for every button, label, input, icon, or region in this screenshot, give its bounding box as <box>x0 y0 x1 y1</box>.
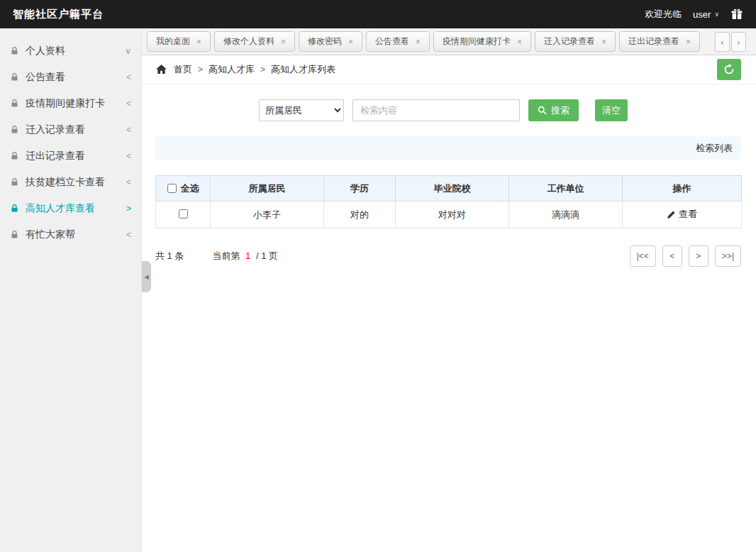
lock-icon <box>10 99 19 108</box>
clear-button-label: 清空 <box>602 104 621 117</box>
welcome-text: 欢迎光临 <box>645 8 682 21</box>
tab-health-checkin[interactable]: 疫情期间健康打卡 × <box>433 31 531 52</box>
row-select-cell <box>156 202 211 228</box>
breadcrumb-separator: > <box>198 65 203 74</box>
sidebar: 个人资料 ∨ 公告查看 < 疫情期间健康打卡 < 迁入记录查看 < <box>0 28 142 552</box>
close-icon[interactable]: × <box>601 37 606 47</box>
close-icon[interactable]: × <box>196 37 201 47</box>
column-header-education: 学历 <box>324 176 396 202</box>
user-menu[interactable]: user ∨ <box>693 9 719 20</box>
tab-announcements[interactable]: 公告查看 × <box>366 31 430 52</box>
sidebar-collapse-handle[interactable]: ◀ <box>142 261 151 292</box>
tab-label: 疫情期间健康打卡 <box>443 35 511 48</box>
tab-move-in-records[interactable]: 迁入记录查看 × <box>535 31 616 52</box>
column-header-actions: 操作 <box>623 176 742 202</box>
app-title: 智能社区户籍平台 <box>13 8 104 21</box>
list-panel-header: 检索列表 <box>155 136 741 160</box>
total-count-text: 共 1 条 <box>155 250 184 263</box>
sidebar-item-label: 有忙大家帮 <box>26 228 75 241</box>
pagination-bar: 共 1 条 当前第 1 / 1 页 |<< < > >>| <box>155 245 741 267</box>
tab-edit-profile[interactable]: 修改个人资料 × <box>214 31 295 52</box>
next-page-button[interactable]: > <box>689 245 708 267</box>
tab-change-password[interactable]: 修改密码 × <box>299 31 362 52</box>
tab-label: 迁出记录查看 <box>628 35 679 48</box>
search-button[interactable]: 搜索 <box>528 99 579 121</box>
table-header-row: 全选 所属居民 学历 毕业院校 工作单位 操作 <box>156 176 742 202</box>
select-all-checkbox[interactable] <box>167 184 177 193</box>
first-page-button[interactable]: |<< <box>630 245 656 267</box>
column-header-school: 毕业院校 <box>396 176 509 202</box>
cell-education: 对的 <box>324 202 396 228</box>
breadcrumb-home[interactable]: 首页 <box>174 63 192 76</box>
breadcrumb-separator: > <box>260 65 265 74</box>
sidebar-item-profile[interactable]: 个人资料 ∨ <box>0 38 141 64</box>
view-action-label: 查看 <box>679 208 697 221</box>
tab-strip: 我的桌面 × 修改个人资料 × 修改密码 × 公告查看 × 疫情期间健康打卡 <box>147 31 715 52</box>
sidebar-item-mutual-help[interactable]: 有忙大家帮 < <box>0 221 141 248</box>
current-page-text: 当前第 1 / 1 页 <box>212 250 278 263</box>
tab-label: 修改个人资料 <box>223 35 274 48</box>
clear-button[interactable]: 清空 <box>595 99 628 121</box>
close-icon[interactable]: × <box>281 37 286 47</box>
top-header: 智能社区户籍平台 欢迎光临 user ∨ <box>0 0 756 28</box>
sidebar-item-poverty-records[interactable]: 扶贫建档立卡查看 < <box>0 169 141 195</box>
breadcrumb-level1[interactable]: 高知人才库 <box>209 63 255 76</box>
search-button-label: 搜索 <box>551 104 569 117</box>
close-icon[interactable]: × <box>348 37 353 47</box>
refresh-icon <box>723 64 735 75</box>
row-checkbox[interactable] <box>179 209 188 219</box>
sidebar-item-health-checkin[interactable]: 疫情期间健康打卡 < <box>0 90 141 116</box>
search-icon <box>538 106 547 115</box>
current-page-suffix: / 1 页 <box>256 250 278 261</box>
chevron-left-icon: < <box>126 125 131 135</box>
lock-icon <box>10 125 19 134</box>
chevron-left-icon: < <box>126 99 131 109</box>
tab-my-desktop[interactable]: 我的桌面 × <box>147 31 211 52</box>
last-page-button[interactable]: >>| <box>715 245 741 267</box>
sidebar-item-label: 迁入记录查看 <box>26 123 85 136</box>
lock-icon <box>10 72 19 82</box>
close-icon[interactable]: × <box>517 37 522 47</box>
chevron-right-icon: > <box>126 204 131 214</box>
table-row: 小李子 对的 对对对 滴滴滴 查看 <box>156 202 742 228</box>
tab-scroll-controls: ‹ › <box>715 32 746 52</box>
talent-table: 全选 所属居民 学历 毕业院校 工作单位 操作 <box>155 175 742 228</box>
tab-scroll-right-button[interactable]: › <box>731 32 746 52</box>
sidebar-item-label: 公告查看 <box>26 71 65 84</box>
breadcrumb: 首页 > 高知人才库 > 高知人才库列表 <box>142 55 756 84</box>
cell-actions: 查看 <box>623 202 742 228</box>
view-action-link[interactable]: 查看 <box>667 208 697 221</box>
prev-page-button[interactable]: < <box>662 245 682 267</box>
sidebar-item-announcements[interactable]: 公告查看 < <box>0 64 141 90</box>
chevron-down-icon: ∨ <box>714 11 719 18</box>
sidebar-item-label: 高知人才库查看 <box>26 202 95 215</box>
select-all-header: 全选 <box>156 176 211 202</box>
chevron-down-icon: ∨ <box>125 46 131 56</box>
column-header-employer: 工作单位 <box>509 176 623 202</box>
user-name: user <box>693 9 711 20</box>
sidebar-item-move-in-records[interactable]: 迁入记录查看 < <box>0 116 141 143</box>
search-input[interactable] <box>352 99 520 121</box>
breadcrumb-current: 高知人才库列表 <box>271 63 335 76</box>
chevron-left-icon: < <box>126 177 131 187</box>
gift-icon[interactable] <box>730 8 743 21</box>
resident-filter-select[interactable]: 所属居民 <box>259 99 344 121</box>
sidebar-item-label: 扶贫建档立卡查看 <box>26 176 105 189</box>
lock-icon <box>10 46 19 55</box>
lock-icon <box>10 177 19 187</box>
cell-school: 对对对 <box>396 202 509 228</box>
chevron-left-icon: < <box>126 230 131 240</box>
close-icon[interactable]: × <box>416 37 421 47</box>
home-icon <box>156 65 167 74</box>
select-all-label: 全选 <box>181 182 199 195</box>
refresh-button[interactable] <box>717 59 741 80</box>
tab-label: 迁入记录查看 <box>544 35 595 48</box>
sidebar-item-move-out-records[interactable]: 迁出记录查看 < <box>0 143 141 169</box>
tab-label: 公告查看 <box>375 35 409 48</box>
list-panel-title: 检索列表 <box>696 142 733 155</box>
tab-scroll-left-button[interactable]: ‹ <box>715 32 730 52</box>
close-icon[interactable]: × <box>686 37 691 47</box>
tab-move-out-records[interactable]: 迁出记录查看 × <box>619 31 700 52</box>
sidebar-item-talent-pool[interactable]: 高知人才库查看 > <box>0 195 141 221</box>
tab-bar: 我的桌面 × 修改个人资料 × 修改密码 × 公告查看 × 疫情期间健康打卡 <box>142 28 756 55</box>
